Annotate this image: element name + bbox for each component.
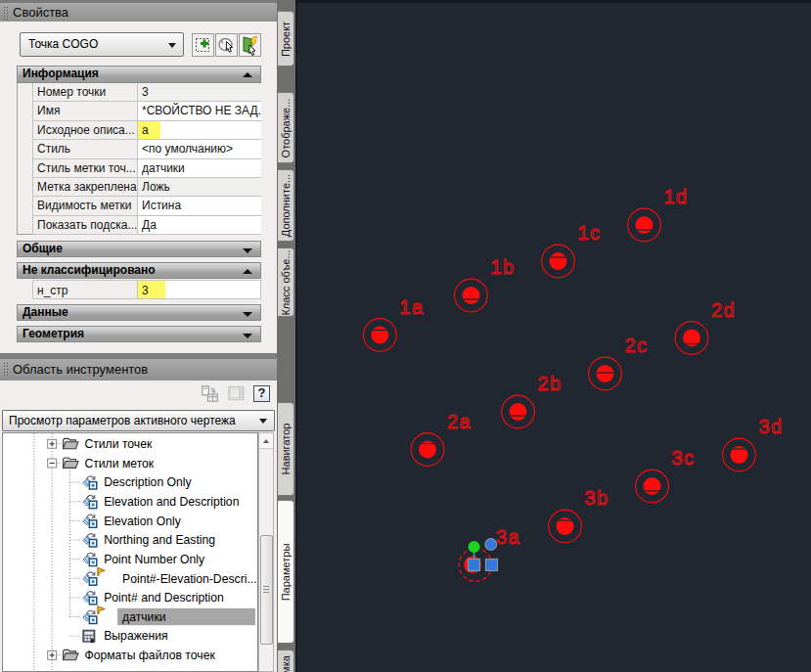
svg-text:Point# and Description: Point# and Description	[104, 591, 224, 605]
svg-text:Стили меток: Стили меток	[84, 457, 154, 470]
svg-text:2b: 2b	[538, 373, 563, 394]
svg-text:1d: 1d	[664, 186, 689, 207]
svg-text:Выражения: Выражения	[104, 629, 168, 643]
svg-text:Форматы файлов точек: Форматы файлов точек	[84, 649, 215, 662]
svg-text:3a: 3a	[496, 526, 520, 548]
svg-text:2a: 2a	[447, 411, 472, 432]
svg-text:2c: 2c	[625, 335, 649, 356]
svg-text:Elevation Only: Elevation Only	[104, 515, 181, 528]
svg-text:датчики: датчики	[122, 610, 166, 624]
svg-text:3c: 3c	[672, 447, 696, 469]
svg-text:Стили точек: Стили точек	[84, 437, 153, 451]
svg-text:1c: 1c	[578, 222, 602, 244]
svg-text:Description Only: Description Only	[104, 475, 192, 489]
svg-text:Elevation and Description: Elevation and Description	[104, 495, 239, 509]
svg-text:2d: 2d	[711, 299, 736, 321]
svg-text:Point#-Elevation-Descri...: Point#-Elevation-Descri...	[122, 572, 257, 586]
svg-text:1a: 1a	[399, 296, 424, 318]
svg-text:Northing and Easting: Northing and Easting	[104, 533, 215, 547]
svg-text:Point Number Only: Point Number Only	[104, 553, 205, 566]
svg-text:3b: 3b	[585, 487, 609, 509]
svg-text:3d: 3d	[759, 416, 784, 437]
svg-text:1b: 1b	[491, 256, 516, 278]
